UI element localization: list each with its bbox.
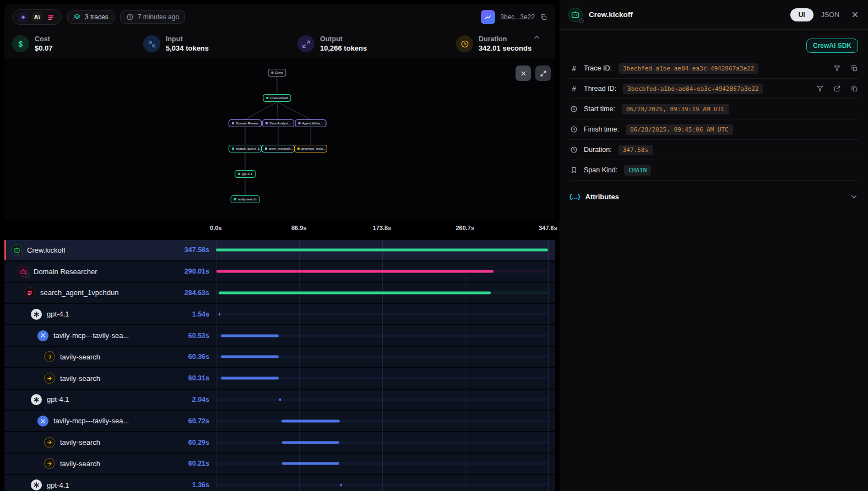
details-tabs: UI JSON xyxy=(790,8,839,21)
trace-row[interactable]: tavily-search60.21s xyxy=(4,454,555,475)
stat-input: Input 5,034 tokens xyxy=(143,35,209,52)
trace-top-block: ✦ A\ 3 traces 7 minutes ago 3bec...3e22 xyxy=(4,4,555,58)
detail-field-row: #Thread ID:3becbfed-a1be-ae84-ea3c-49428… xyxy=(569,79,858,99)
span-track xyxy=(216,462,548,465)
graph-node[interactable]: search_agent_1... xyxy=(229,145,262,152)
graph-node[interactable]: tavily-search xyxy=(231,195,260,203)
stat-value: 5,034 tokens xyxy=(166,44,209,52)
trace-row[interactable]: tavily-mcp---tavily-sea...60.53s xyxy=(4,325,555,347)
graph-node[interactable]: Agent Writer... xyxy=(295,119,327,127)
details-header: Crew.kickoff UI JSON xyxy=(560,0,868,30)
graph-node-label: Data Analyst... xyxy=(269,122,291,125)
trace-row[interactable]: Domain Researcher290.01s xyxy=(4,261,555,283)
field-value[interactable]: 3becbfed-a1be-ae84-ea3c-4942867a3e22 xyxy=(619,63,758,74)
graph-node[interactable]: Domain Resear... xyxy=(229,119,262,127)
span-duration: 60.31s xyxy=(188,374,209,382)
graph-node-label: search_agent_1... xyxy=(236,147,262,150)
span-label: tavily-search xyxy=(60,353,100,361)
field-value[interactable]: 3becbfed-a1be-ae84-ea3c-4942867a3e22 xyxy=(623,84,763,94)
graph-node[interactable]: Crew xyxy=(268,69,286,77)
stat-output: Output 10,266 tokens xyxy=(297,35,367,52)
attributes-section-header[interactable]: {…} Attributes xyxy=(569,184,858,209)
tavily-icon xyxy=(44,458,55,469)
field-label: Start time: xyxy=(584,105,615,113)
openai-icon xyxy=(31,394,42,405)
timeline-rows: Crew.kickoff347.58sDomain Researcher290.… xyxy=(4,240,555,491)
trace-row[interactable]: tavily-search60.31s xyxy=(4,368,555,390)
field-value[interactable]: 347.58s xyxy=(619,145,653,155)
span-duration: 2.04s xyxy=(192,396,209,403)
clock-icon xyxy=(569,105,578,113)
graph-node[interactable]: Crew.kickoff xyxy=(263,94,291,102)
graph-node[interactable]: crew_research... xyxy=(262,145,295,152)
axis-tick-label: 0.0s xyxy=(210,225,221,231)
tools-icon xyxy=(37,330,48,341)
span-name-cell: tavily-mcp---tavily-sea...60.72s xyxy=(4,411,216,431)
graph-close-button[interactable] xyxy=(516,66,531,81)
crewai-logo-icon xyxy=(45,12,56,23)
tools-icon xyxy=(37,416,48,427)
stat-label: Cost xyxy=(35,35,53,43)
graph-node[interactable]: generate_repo... xyxy=(294,145,327,152)
detail-field-row: Finish time:06/28/2025, 09:45:06 AM UTC xyxy=(569,119,858,140)
span-bar xyxy=(219,313,220,315)
graph-node[interactable]: Data Analyst... xyxy=(262,119,294,127)
field-actions xyxy=(833,64,858,72)
openai-icon xyxy=(31,479,42,490)
trace-chart-icon[interactable] xyxy=(481,10,495,24)
stat-value: 10,266 tokens xyxy=(320,44,367,52)
span-plot-cell xyxy=(216,325,555,346)
detail-fields: #Trace ID:3becbfed-a1be-ae84-ea3c-494286… xyxy=(569,58,858,181)
span-label: gpt-4.1 xyxy=(47,310,69,318)
span-name-cell: search_agent_1vpchdun284.63s xyxy=(4,283,216,303)
provider-logos: ✦ A\ xyxy=(12,9,62,25)
field-label: Finish time: xyxy=(584,126,619,133)
input-tokens-icon xyxy=(143,35,160,52)
field-value[interactable]: 06/28/2025, 09:39:19 AM UTC xyxy=(622,104,729,114)
copy-icon[interactable] xyxy=(850,85,858,92)
graph-node-label: gpt-4.1 xyxy=(242,172,252,176)
trace-row[interactable]: Crew.kickoff347.58s xyxy=(4,240,555,261)
span-bar xyxy=(340,484,342,487)
openai-icon xyxy=(31,309,42,320)
span-plot-cell xyxy=(216,390,555,410)
field-value[interactable]: 06/28/2025, 09:45:06 AM UTC xyxy=(626,124,733,135)
span-bar xyxy=(221,377,279,380)
close-icon[interactable] xyxy=(851,10,859,19)
trace-row[interactable]: tavily-search60.29s xyxy=(4,432,555,454)
tavily-icon xyxy=(44,373,55,384)
chevron-up-icon[interactable] xyxy=(533,33,541,43)
external-icon[interactable] xyxy=(833,85,841,92)
tab-ui[interactable]: UI xyxy=(790,8,813,21)
stat-label: Output xyxy=(320,35,367,43)
copy-icon[interactable] xyxy=(540,13,547,21)
span-duration: 1.36s xyxy=(192,481,209,489)
trace-row[interactable]: search_agent_1vpchdun284.63s xyxy=(4,283,555,304)
field-actions xyxy=(816,85,858,92)
trace-row[interactable]: gpt-4.11.36s xyxy=(4,475,555,491)
filter-icon[interactable] xyxy=(816,85,824,92)
clock-icon xyxy=(569,146,578,154)
trace-row[interactable]: tavily-search60.36s xyxy=(4,347,555,368)
field-label: Trace ID: xyxy=(584,64,612,72)
tab-json[interactable]: JSON xyxy=(821,11,839,19)
trace-row[interactable]: tavily-mcp---tavily-sea...60.72s xyxy=(4,411,555,432)
trace-row[interactable]: gpt-4.12.04s xyxy=(4,390,555,411)
span-duration: 60.36s xyxy=(188,353,209,361)
chevron-down-icon[interactable] xyxy=(850,193,858,201)
filter-icon[interactable] xyxy=(833,64,841,72)
stat-value: 342.01 seconds xyxy=(479,44,531,52)
hash-icon: # xyxy=(569,64,578,73)
span-track xyxy=(216,313,548,315)
anthropic-logo-icon: A\ xyxy=(31,12,42,23)
span-name-cell: gpt-4.11.54s xyxy=(4,304,216,324)
trace-row[interactable]: gpt-4.11.54s xyxy=(4,304,555,325)
traces-count-badge[interactable]: 3 traces xyxy=(67,10,115,24)
graph-expand-button[interactable] xyxy=(535,66,551,81)
tavily-icon xyxy=(44,351,55,362)
graph-node[interactable]: gpt-4.1 xyxy=(235,170,256,178)
copy-icon[interactable] xyxy=(850,64,858,72)
span-name-cell: tavily-search60.29s xyxy=(4,432,216,452)
field-value[interactable]: CHAIN xyxy=(624,165,651,176)
clock-icon xyxy=(569,126,578,133)
